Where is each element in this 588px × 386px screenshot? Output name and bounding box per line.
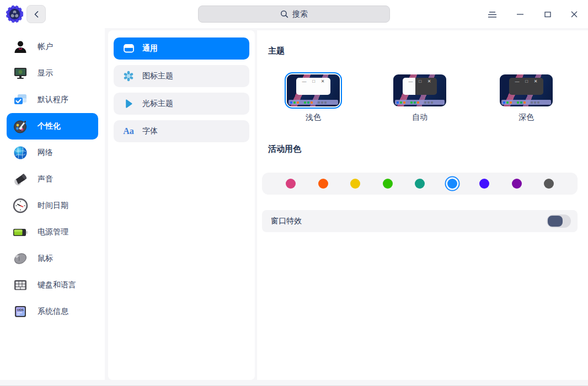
subnav-item-general[interactable]: 通用 <box>114 37 249 60</box>
window-effects-toggle[interactable] <box>547 215 571 228</box>
sidebar-item-label: 电源管理 <box>38 227 68 237</box>
theme-option-label: 深色 <box>518 112 534 122</box>
theme-option-auto[interactable]: — □ ✕ 自动 <box>391 72 448 122</box>
window-icon <box>123 43 134 54</box>
accent-color-pink[interactable] <box>286 179 296 189</box>
sidebar-item-network[interactable]: 网络 <box>7 140 98 166</box>
close-icon <box>570 10 579 19</box>
keyboard-icon <box>12 277 29 293</box>
sidebar-item-system-info[interactable]: UOS 系统信息 <box>7 298 98 325</box>
subnav-item-label: 图标主题 <box>142 71 173 81</box>
preview-dock <box>288 100 338 105</box>
preview-window: — □ ✕ <box>296 78 330 95</box>
preview-dock <box>501 100 551 105</box>
font-aa-icon: Aa <box>123 126 134 137</box>
thumb-maximize-glyph: □ <box>525 79 528 95</box>
sidebar-item-label: 帐户 <box>38 42 53 52</box>
thumb-close-glyph: ✕ <box>321 79 325 95</box>
accent-color-green[interactable] <box>383 179 393 189</box>
menu-icon <box>488 11 497 18</box>
sidebar-item-label: 键盘和语言 <box>38 280 76 290</box>
back-button[interactable] <box>26 5 46 23</box>
maximize-button[interactable] <box>541 7 555 22</box>
preview-window: — □ ✕ <box>509 78 543 95</box>
network-globe-icon <box>12 144 29 161</box>
sidebar-item-keyboard[interactable]: 键盘和语言 <box>7 272 98 298</box>
subnav-item-label: 字体 <box>142 126 158 136</box>
cursor-theme-icon <box>123 98 134 109</box>
sidebar-item-mouse[interactable]: 鼠标 <box>7 245 98 272</box>
thumb-maximize-glyph: □ <box>312 79 315 95</box>
accent-color-teal[interactable] <box>415 179 425 189</box>
thumb-close-glyph: ✕ <box>534 79 538 95</box>
search-placeholder: 搜索 <box>292 9 308 19</box>
accent-color-gray[interactable] <box>544 179 554 189</box>
theme-option-label: 浅色 <box>306 112 321 122</box>
subnav-item-font[interactable]: Aa 字体 <box>114 120 249 142</box>
theme-options: — □ ✕ 浅色 — □ <box>285 72 555 122</box>
thumb-maximize-glyph: □ <box>419 79 421 95</box>
maximize-icon <box>543 10 552 19</box>
theme-thumbnail-frame: — □ ✕ <box>391 72 448 109</box>
thumb-minimize-glyph: — <box>409 79 413 95</box>
sidebar-item-default-apps[interactable]: 默认程序 <box>7 87 98 113</box>
subnav-item-label: 光标主题 <box>142 99 173 109</box>
sidebar: 帐户 显示 默认程序 个性化 网络 声音 时间日期 <box>0 28 105 380</box>
sidebar-item-datetime[interactable]: 时间日期 <box>7 192 98 219</box>
control-center-logo-icon <box>6 5 24 23</box>
subnav-item-icon-theme[interactable]: 图标主题 <box>114 65 249 87</box>
search-icon <box>280 10 288 18</box>
theme-thumbnail-frame: — □ ✕ <box>285 72 342 109</box>
chevron-left-icon <box>33 10 40 18</box>
close-button[interactable] <box>567 7 581 22</box>
default-apps-icon <box>12 92 29 108</box>
svg-text:UOS: UOS <box>17 308 24 312</box>
sidebar-item-display[interactable]: 显示 <box>7 60 98 87</box>
sidebar-item-power[interactable]: 电源管理 <box>7 219 98 245</box>
personalization-icon <box>12 118 29 135</box>
subnav-item-cursor-theme[interactable]: 光标主题 <box>114 93 249 115</box>
accent-color-purple[interactable] <box>512 179 522 189</box>
mouse-icon <box>12 250 29 267</box>
display-icon <box>12 65 29 82</box>
battery-icon <box>12 224 29 240</box>
sidebar-item-label: 网络 <box>38 148 53 158</box>
accent-color-orange[interactable] <box>318 179 328 189</box>
subnav-item-label: 通用 <box>142 44 158 53</box>
accent-section-heading: 活动用色 <box>268 144 301 154</box>
sidebar-item-label: 显示 <box>38 68 53 78</box>
clock-icon <box>12 197 29 214</box>
sidebar-item-label: 时间日期 <box>38 201 68 211</box>
theme-thumbnail-auto: — □ ✕ <box>393 74 446 106</box>
minimize-icon <box>516 10 525 19</box>
window-effects-label: 窗口特效 <box>271 216 302 226</box>
title-bar: 搜索 <box>0 0 588 28</box>
accent-color-blue[interactable] <box>447 179 457 189</box>
sidebar-item-accounts[interactable]: 帐户 <box>7 34 98 60</box>
theme-thumbnail-light: — □ ✕ <box>287 74 340 106</box>
thumb-close-glyph: ✕ <box>427 79 431 95</box>
window-menu-button[interactable] <box>485 7 499 22</box>
thumb-minimize-glyph: — <box>302 79 307 95</box>
theme-option-light[interactable]: — □ ✕ 浅色 <box>285 72 342 122</box>
preview-window: — □ ✕ <box>403 78 437 95</box>
theme-option-label: 自动 <box>412 112 427 122</box>
accent-color-yellow[interactable] <box>350 179 360 189</box>
sidebar-item-personalization[interactable]: 个性化 <box>7 113 98 140</box>
accent-color-picker <box>262 173 578 195</box>
sidebar-item-label: 鼠标 <box>38 254 53 264</box>
preview-dock <box>395 100 445 105</box>
speaker-icon <box>12 171 29 187</box>
icon-theme-flower-icon <box>123 71 134 82</box>
search-input[interactable]: 搜索 <box>198 6 390 23</box>
main-panel: 主题 — □ ✕ 浅色 <box>257 30 588 380</box>
sidebar-item-sound[interactable]: 声音 <box>7 166 98 192</box>
user-icon <box>12 39 29 55</box>
window-effects-row: 窗口特效 <box>262 210 578 232</box>
sidebar-item-label: 个性化 <box>38 121 61 131</box>
minimize-button[interactable] <box>513 7 527 22</box>
theme-thumbnail-frame: — □ ✕ <box>498 72 555 109</box>
theme-option-dark[interactable]: — □ ✕ 深色 <box>498 72 555 122</box>
sidebar-item-label: 默认程序 <box>38 95 68 105</box>
accent-color-violet[interactable] <box>479 179 489 189</box>
